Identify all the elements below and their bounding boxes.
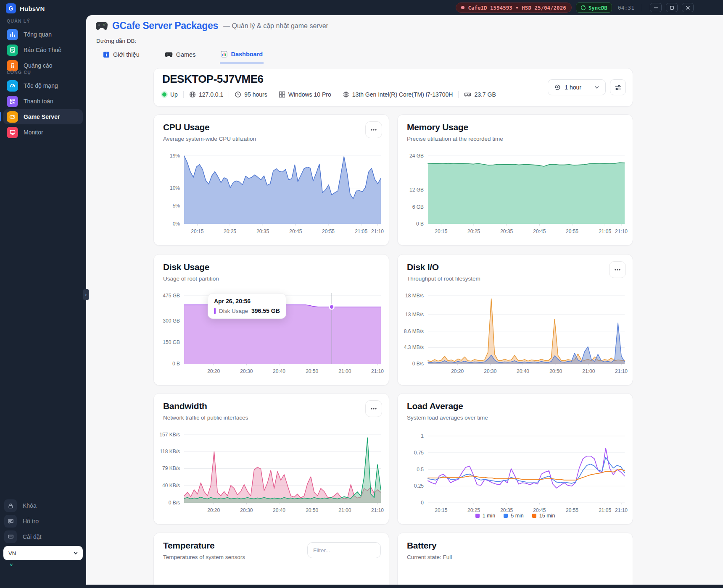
close-icon xyxy=(686,5,690,10)
svg-text:20:50: 20:50 xyxy=(306,507,318,513)
version-hint: v xyxy=(10,562,13,567)
tab-label: Dashboard xyxy=(231,51,263,58)
svg-text:21:10: 21:10 xyxy=(371,368,384,374)
sidebar-item-label: Báo Cáo Thuê xyxy=(24,47,61,53)
sidebar-item-label: Quảng cáo xyxy=(24,62,53,69)
cafe-status-dot-icon xyxy=(461,6,464,9)
svg-text:24 GB: 24 GB xyxy=(409,153,424,159)
timeframe-dropdown[interactable]: 1 hour xyxy=(548,79,606,95)
legend-item-1min[interactable]: 1 min xyxy=(475,513,496,519)
sidebar-item-thanh-toan[interactable]: Thanh toán xyxy=(3,94,83,109)
server-ram: 23.7 GB xyxy=(464,91,496,98)
globe-icon xyxy=(189,91,196,98)
chevron-down-icon xyxy=(594,85,599,90)
tooltip-value: 396.55 GB xyxy=(251,307,280,314)
svg-text:20:55: 20:55 xyxy=(566,507,578,513)
legend-swatch-icon xyxy=(475,514,480,518)
chart-title: Disk Usage xyxy=(163,262,209,272)
sidebar-item-label: Tổng quan xyxy=(24,31,52,38)
svg-text:12 GB: 12 GB xyxy=(409,187,424,193)
chart-subtitle: Usage of root partition xyxy=(163,276,219,282)
card-menu-button[interactable] xyxy=(609,261,626,278)
svg-text:79 KB/s: 79 KB/s xyxy=(162,465,180,471)
legend-item-15min[interactable]: 15 min xyxy=(532,513,555,519)
chart-tooltip: Apr 26, 20:56 Disk Usage 396.55 GB xyxy=(208,293,286,319)
card-menu-button[interactable] xyxy=(365,400,382,417)
ram-label: 23.7 GB xyxy=(474,91,496,98)
bandwidth-chart[interactable]: 157 KB/s118 KB/s79 KB/s40 KB/s0 B/s20:20… xyxy=(158,430,385,516)
load-average-chart[interactable]: 10.750.50.25020:1520:2520:3520:4520:5521… xyxy=(402,430,629,516)
tab-dashboard[interactable]: Dashboard xyxy=(220,48,264,63)
sidebar-item-game-server[interactable]: Game Server xyxy=(3,109,83,124)
legend-label: 1 min xyxy=(483,513,496,519)
syncdb-label: SyncDB xyxy=(588,5,607,11)
svg-text:20:45: 20:45 xyxy=(533,228,546,234)
server-controls: 1 hour xyxy=(548,79,626,95)
sidebar: G HubsVN QUẢN LÝ Tổng quan Báo Cáo Thuê … xyxy=(0,0,86,588)
svg-text:0.75: 0.75 xyxy=(414,450,424,456)
memory-usage-chart[interactable]: 24 GB12 GB6 GB0 B20:1520:2520:3520:4520:… xyxy=(402,151,629,237)
chart-subtitle: Throughput of root filesystem xyxy=(407,276,480,282)
cafe-id-text: CafeID 1594593 • HSD 25/04/2026 xyxy=(468,5,566,11)
svg-text:118 KB/s: 118 KB/s xyxy=(160,449,180,454)
timeframe-label: 1 hour xyxy=(565,84,581,91)
maximize-button[interactable] xyxy=(666,3,678,12)
status-label: Up xyxy=(170,91,178,98)
sidebar-item-monitor[interactable]: Monitor xyxy=(3,125,83,140)
speedometer-icon xyxy=(7,80,18,92)
legend-item-5min[interactable]: 5 min xyxy=(504,513,524,519)
chart-subtitle: Network traffic of public interfaces xyxy=(163,415,248,421)
active-indicator xyxy=(0,112,1,121)
cafe-id-badge: CafeID 1594593 • HSD 25/04/2026 xyxy=(456,3,571,13)
chart-bar-icon xyxy=(7,29,18,40)
svg-text:20:30: 20:30 xyxy=(240,507,253,513)
card-menu-button[interactable] xyxy=(365,121,382,138)
svg-text:0%: 0% xyxy=(173,221,180,227)
tab-games[interactable]: Games xyxy=(164,48,197,63)
chart-title: Temperature xyxy=(163,541,214,551)
chart-settings-button[interactable] xyxy=(610,79,626,95)
svg-text:20:40: 20:40 xyxy=(273,507,285,513)
sidebar-item-tong-quan[interactable]: Tổng quan xyxy=(3,27,83,42)
chart-title: CPU Usage xyxy=(163,122,210,132)
language-select[interactable]: VN xyxy=(3,546,83,560)
sidebar-item-bao-cao-thue[interactable]: Báo Cáo Thuê xyxy=(3,42,83,58)
cpu-usage-chart[interactable]: 19%10%5%0%20:1520:2520:3520:4520:5521:05… xyxy=(158,151,385,237)
status-dot-icon xyxy=(162,92,166,97)
sidebar-collapse-handle[interactable]: ‹ xyxy=(83,289,89,300)
titlebar-divider xyxy=(642,4,642,11)
svg-text:21:10: 21:10 xyxy=(615,228,628,234)
page-subtitle: — Quản lý & cập nhật game server xyxy=(223,22,328,30)
report-icon xyxy=(7,45,18,56)
tab-gioi-thieu[interactable]: Giới thiệu xyxy=(102,48,140,63)
sidebar-item-cai-dat[interactable]: Cài đặt xyxy=(4,529,82,544)
os-label: Windows 10 Pro xyxy=(288,91,331,98)
chart-subtitle: Current state: Full xyxy=(407,554,452,560)
minimize-button[interactable] xyxy=(650,3,662,12)
syncdb-button[interactable]: SyncDB xyxy=(576,3,612,13)
sidebar-item-toc-do-mang[interactable]: Tốc độ mạng xyxy=(3,78,83,93)
sidebar-item-khoa[interactable]: Khóa xyxy=(4,498,82,513)
svg-text:20:35: 20:35 xyxy=(500,228,513,234)
svg-text:20:45: 20:45 xyxy=(289,228,302,234)
disk-io-card: Disk I/O Throughput of root filesystem 1… xyxy=(397,254,633,386)
sidebar-item-label: Tốc độ mạng xyxy=(24,82,58,89)
page-header: GCafe Server Packages — Quản lý & cập nh… xyxy=(95,20,328,32)
server-os: Windows 10 Pro xyxy=(279,91,331,98)
bandwidth-card: Bandwidth Network traffic of public inte… xyxy=(153,393,389,525)
sidebar-item-label: Khóa xyxy=(23,502,37,509)
sidebar-item-ho-tro[interactable]: Hỗ trợ xyxy=(4,514,82,529)
sensor-filter-input[interactable] xyxy=(307,542,381,558)
disk-io-chart[interactable]: 18 MB/s13 MB/s8.6 MB/s4.3 MB/s0 B/s20:20… xyxy=(402,291,629,377)
server-name: DESKTOP-5J7VME6 xyxy=(162,73,264,86)
svg-text:21:05: 21:05 xyxy=(355,228,367,234)
svg-text:21:10: 21:10 xyxy=(371,507,384,513)
gamepad-icon xyxy=(165,52,173,58)
info-icon xyxy=(103,51,110,58)
server-ip: 127.0.0.1 xyxy=(189,91,223,98)
svg-text:0 B/s: 0 B/s xyxy=(412,361,424,367)
svg-text:20:15: 20:15 xyxy=(435,228,447,234)
close-button[interactable] xyxy=(682,3,694,12)
brand-logo-icon: G xyxy=(6,3,16,13)
legend-swatch-icon xyxy=(504,514,508,518)
